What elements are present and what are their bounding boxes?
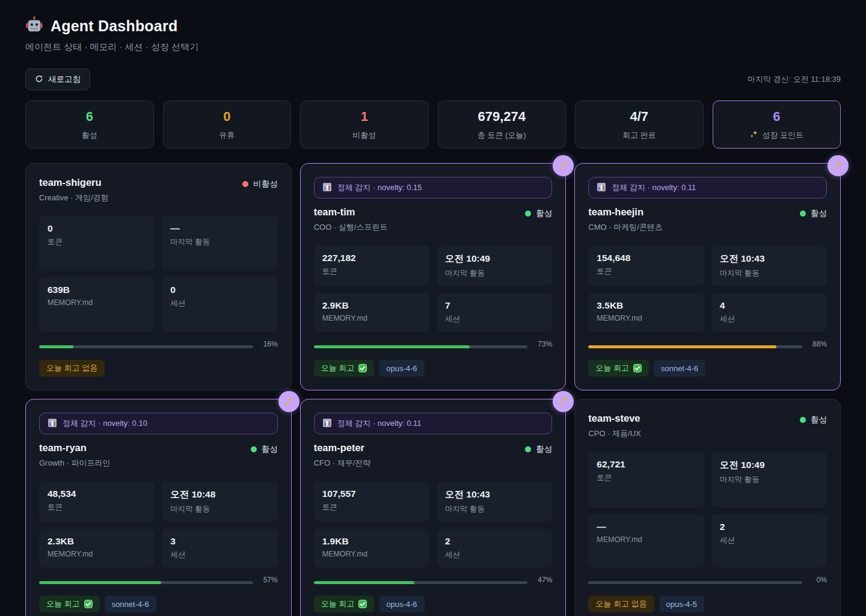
stat-value: 1 [361,109,368,125]
last-update: 마지막 갱신: 오전 11:18:39 [748,74,841,85]
stat-value: 679,274 [478,109,526,125]
badge-label: sonnet-4-6 [112,600,149,609]
stat-box-value: 1.9KB [322,536,421,547]
badge-label: 오늘 회고 [595,363,629,374]
stat-card-retro-done: 4/7 회고 완료 [575,100,704,149]
sparkles-icon [749,130,758,141]
stagnation-banner: 정체 감지 · novelty: 0.15 [314,177,553,199]
badge-label: sonnet-4-6 [661,364,698,373]
stat-grid: 154,648 토큰 오전 10:43 마지막 활동 3.5KB MEMORY.… [588,245,827,331]
bar-chart-icon [323,183,331,193]
stat-label: 유휴 [219,130,235,141]
sparkles-badge [553,155,574,176]
banner-text: 정체 감지 · novelty: 0.15 [337,182,422,193]
bar-chart-icon [597,183,606,193]
stat-box-value: 639B [48,285,146,295]
robot-icon [25,16,43,36]
check-icon [358,600,367,608]
agent-status: 활성 [800,208,827,219]
card-head: team-peter CFO · 재무/전략 활성 [314,442,553,469]
agent-role: COO · 실행/스프린트 [314,222,388,233]
agent-status: 활성 [525,444,552,455]
stat-label-text: 성장 포인트 [762,130,803,141]
check-icon [84,600,93,608]
status-label: 활성 [811,208,827,219]
model-badge: opus-4-5 [659,596,704,612]
agent-card[interactable]: 정체 감지 · novelty: 0.15 team-tim COO · 실행/… [300,163,567,390]
stat-box-value: 107,557 [322,488,421,499]
sparkles-badge [828,155,849,176]
agent-identity: team-ryan Growth · 파이프라인 [39,442,110,469]
stat-box-memory: 2.9KB MEMORY.md [314,293,429,331]
agent-name: team-steve [588,413,640,424]
progress-percent: 57% [260,576,278,584]
toolbar: 새로고침 마지막 갱신: 오전 11:18:39 [25,69,841,90]
stat-box-tokens: 62,721 토큰 [588,452,704,507]
status-dot [525,211,531,217]
stat-box-label: 토큰 [597,473,695,483]
stat-label: 비활성 [352,130,376,141]
agent-card[interactable]: 정체 감지 · novelty: 0.11 team-peter CFO · 재… [300,399,567,616]
progress-fill [39,581,161,584]
model-badge: sonnet-4-6 [654,360,705,377]
agent-card[interactable]: team-steve CPO · 제품/UX 활성 62,721 토큰 오전 1… [574,399,841,616]
progress-percent: 47% [534,576,552,584]
stat-label: 성장 포인트 [749,130,803,141]
page-title: Agent Dashboard [51,17,177,35]
stat-box-value: 154,648 [597,253,695,263]
status-dot [800,211,806,217]
stat-box-value: 4 [720,300,818,311]
refresh-button[interactable]: 새로고침 [25,69,90,90]
stat-box-value: 3 [170,536,269,547]
progress-fill [588,345,776,348]
stat-box-sessions: 2 세션 [711,514,827,568]
agent-identity: team-steve CPO · 제품/UX [588,413,640,439]
stat-box-label: 토큰 [322,502,421,513]
stat-box-label: 마지막 활동 [170,237,269,247]
stat-box-value: 48,534 [48,488,146,499]
stat-card-active: 6 활성 [25,100,154,149]
agent-card[interactable]: 정체 감지 · novelty: 0.11 team-heejin CMO · … [574,163,841,390]
progress-percent: 16% [260,340,278,348]
stat-card-total-tokens: 679,274 총 토큰 (오늘) [438,100,567,149]
badge-label: opus-4-6 [386,364,417,373]
agent-card[interactable]: 정체 감지 · novelty: 0.10 team-ryan Growth ·… [25,399,292,616]
stat-box-last-activity: 오전 10:43 마지막 활동 [711,245,827,286]
stat-box-label: MEMORY.md [48,298,146,307]
badge-label: 오늘 회고 없음 [46,363,97,374]
stat-box-value: 227,182 [322,253,421,263]
status-label: 활성 [536,444,552,455]
stat-box-label: 토큰 [48,237,146,247]
retro-badge: 오늘 회고 없음 [588,596,654,612]
stat-box-sessions: 4 세션 [711,293,827,331]
agent-card[interactable]: team-shigeru Creative · 게임/경험 비활성 0 토큰 —… [25,163,292,390]
stat-card-growth-points: 6 성장 포인트 [713,100,841,149]
progress-fill [39,345,73,348]
stat-box-sessions: 7 세션 [437,293,552,331]
agent-role: Creative · 게임/경험 [39,192,109,203]
stat-box-label: MEMORY.md [322,314,421,322]
stat-box-label: 마지막 활동 [445,504,544,514]
agent-grid: team-shigeru Creative · 게임/경험 비활성 0 토큰 —… [25,163,841,616]
agent-name: team-heejin [588,206,663,218]
stat-label: 회고 완료 [622,130,656,141]
stat-box-tokens: 48,534 토큰 [39,481,155,522]
agent-identity: team-heejin CMO · 마케팅/콘텐츠 [588,206,663,233]
banner-text: 정체 감지 · novelty: 0.11 [612,182,696,193]
agent-status: 활성 [525,208,552,219]
card-head: team-heejin CMO · 마케팅/콘텐츠 활성 [588,206,827,233]
stat-box-label: 세션 [445,314,544,324]
agent-role: CFO · 재무/전략 [314,458,371,469]
status-dot [251,446,257,452]
agent-role: Growth · 파이프라인 [39,458,110,469]
stat-box-label: MEMORY.md [597,535,695,544]
progress-row: 57% [39,578,278,587]
stat-box-last-activity: — 마지막 활동 [162,216,277,270]
stat-box-label: MEMORY.md [597,314,695,322]
stat-grid: 48,534 토큰 오전 10:48 마지막 활동 2.3KB MEMORY.m… [39,481,278,567]
stat-value: 0 [223,109,230,125]
stat-box-label: 마지막 활동 [445,268,544,279]
stat-box-sessions: 3 세션 [162,529,277,567]
badge-label: 오늘 회고 [321,363,355,374]
stat-box-value: 2 [445,536,544,547]
